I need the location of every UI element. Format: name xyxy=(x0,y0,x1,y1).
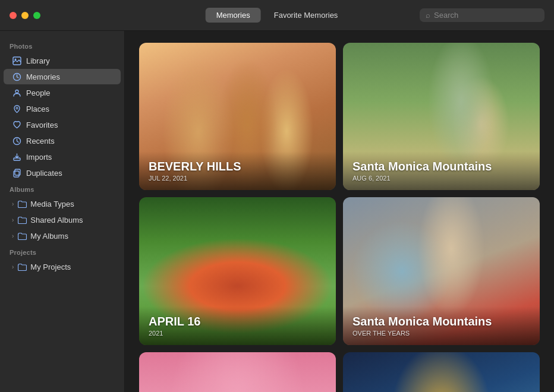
sidebar-item-library-label: Library xyxy=(26,56,50,65)
close-button[interactable] xyxy=(10,12,17,19)
library-icon xyxy=(12,56,21,65)
sidebar-section-projects: Projects xyxy=(0,244,124,258)
memory-title-3: APRIL 16 xyxy=(149,315,326,328)
memory-card-concert[interactable] xyxy=(343,352,540,393)
recents-icon xyxy=(12,136,21,146)
memories-grid: BEVERLY HILLS JUL 22, 2021 Santa Monica … xyxy=(139,43,540,392)
memory-date: JUL 22, 2021 xyxy=(149,175,326,182)
main-layout: Photos Library Memories xyxy=(0,31,554,392)
memory-title: BEVERLY HILLS xyxy=(149,160,326,173)
sidebar-section-albums: Albums xyxy=(0,181,124,195)
chevron-right-icon: › xyxy=(12,201,14,207)
memory-card-beverly-hills-2[interactable]: Beverly Hills JUL 28, 2021 xyxy=(139,352,336,393)
search-input[interactable] xyxy=(434,11,539,20)
memories-icon xyxy=(12,72,21,81)
memory-subtitle-4: OVER THE YEARS xyxy=(352,330,530,337)
sidebar-group-my-albums-label: My Albums xyxy=(30,232,68,241)
memory-card-overlay-4: Santa Monica Mountains OVER THE YEARS xyxy=(343,306,540,345)
search-icon: ⌕ xyxy=(426,11,430,20)
places-icon xyxy=(12,104,21,113)
memory-title-2: Santa Monica Mountains xyxy=(352,160,530,173)
sidebar-group-media-types-label: Media Types xyxy=(30,200,74,208)
imports-icon xyxy=(12,152,21,162)
memory-date-2: AUG 6, 2021 xyxy=(352,175,530,182)
sidebar-item-duplicates[interactable]: Duplicates xyxy=(4,165,121,181)
tab-memories[interactable]: Memories xyxy=(206,8,261,23)
sidebar: Photos Library Memories xyxy=(0,31,125,392)
title-bar: Memories Favorite Memories ⌕ xyxy=(0,0,554,31)
chevron-right-icon-3: › xyxy=(12,233,14,239)
svg-point-4 xyxy=(16,107,18,109)
sidebar-item-duplicates-label: Duplicates xyxy=(26,169,62,178)
memory-date-3: 2021 xyxy=(149,330,326,337)
fullscreen-button[interactable] xyxy=(33,12,40,19)
sidebar-item-people[interactable]: People xyxy=(4,85,121,100)
svg-rect-6 xyxy=(14,158,20,160)
memory-card-overlay-3: APRIL 16 2021 xyxy=(139,306,336,345)
sidebar-group-shared-albums-label: Shared Albums xyxy=(30,216,83,225)
folder-icon-projects xyxy=(17,262,27,271)
sidebar-item-favorites-label: Favorites xyxy=(26,121,58,129)
sidebar-group-my-projects[interactable]: › My Projects xyxy=(4,259,121,274)
sidebar-item-imports[interactable]: Imports xyxy=(4,149,121,165)
folder-icon-shared xyxy=(17,215,27,225)
sidebar-item-favorites[interactable]: Favorites xyxy=(4,117,121,132)
svg-point-3 xyxy=(15,90,18,93)
memory-card-santa-monica-2[interactable]: Santa Monica Mountains OVER THE YEARS xyxy=(343,197,540,344)
toolbar-tabs: Memories Favorite Memories xyxy=(206,8,349,23)
memories-content: BEVERLY HILLS JUL 22, 2021 Santa Monica … xyxy=(125,31,554,392)
sidebar-group-shared-albums[interactable]: › Shared Albums xyxy=(4,212,121,227)
tab-favorite-memories[interactable]: Favorite Memories xyxy=(263,8,349,23)
minimize-button[interactable] xyxy=(21,12,29,19)
sidebar-item-memories-label: Memories xyxy=(26,72,60,81)
sidebar-item-places[interactable]: Places xyxy=(4,101,121,116)
memory-card-beverly-hills[interactable]: BEVERLY HILLS JUL 22, 2021 xyxy=(139,43,336,190)
memory-card-overlay: BEVERLY HILLS JUL 22, 2021 xyxy=(139,151,336,190)
search-bar: ⌕ xyxy=(420,8,544,22)
sidebar-item-places-label: Places xyxy=(26,105,49,113)
sidebar-group-my-albums[interactable]: › My Albums xyxy=(4,228,121,244)
traffic-lights xyxy=(10,12,40,19)
sidebar-item-imports-label: Imports xyxy=(26,153,52,162)
sidebar-group-media-types[interactable]: › Media Types xyxy=(4,196,121,211)
folder-icon-my xyxy=(17,231,27,241)
people-icon xyxy=(12,88,21,97)
sidebar-item-recents-label: Recents xyxy=(26,137,55,146)
sidebar-item-recents[interactable]: Recents xyxy=(4,133,121,148)
folder-icon-media xyxy=(17,199,27,208)
svg-rect-7 xyxy=(15,169,20,175)
heart-icon xyxy=(12,120,21,129)
chevron-right-icon-4: › xyxy=(12,264,14,270)
memory-card-april16[interactable]: APRIL 16 2021 xyxy=(139,197,336,344)
sidebar-item-memories[interactable]: Memories xyxy=(4,69,121,84)
sidebar-item-library[interactable]: Library xyxy=(4,53,121,68)
sidebar-group-my-projects-label: My Projects xyxy=(30,263,71,271)
chevron-right-icon-2: › xyxy=(12,217,14,223)
sidebar-item-people-label: People xyxy=(26,88,50,97)
duplicates-icon xyxy=(12,168,21,178)
memory-title-4: Santa Monica Mountains xyxy=(352,315,530,328)
memory-card-santa-monica-1[interactable]: Santa Monica Mountains AUG 6, 2021 xyxy=(343,43,540,190)
sidebar-section-photos: Photos xyxy=(0,38,124,52)
memory-card-overlay-2: Santa Monica Mountains AUG 6, 2021 xyxy=(343,151,540,190)
